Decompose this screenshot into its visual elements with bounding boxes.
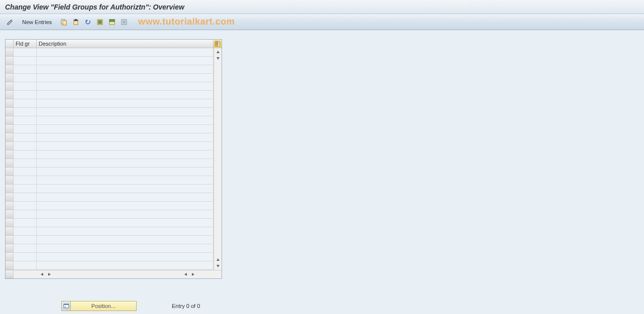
deselect-all-icon[interactable] [119, 17, 129, 27]
cell-fld-gr[interactable] [14, 142, 37, 150]
row-selector[interactable] [6, 133, 14, 142]
table-settings-icon[interactable] [213, 40, 222, 48]
row-selector[interactable] [6, 210, 14, 219]
cell-description[interactable] [37, 65, 213, 74]
scroll-down-icon[interactable] [215, 55, 221, 61]
cell-description[interactable] [37, 210, 213, 219]
cell-fld-gr[interactable] [14, 150, 37, 159]
cell-fld-gr[interactable] [14, 133, 37, 142]
copy-as-icon[interactable] [59, 17, 69, 27]
cell-description[interactable] [37, 227, 213, 236]
column-header-selector[interactable] [6, 40, 14, 48]
cell-fld-gr[interactable] [14, 244, 37, 253]
cell-description[interactable] [37, 261, 213, 270]
cell-fld-gr[interactable] [14, 65, 37, 74]
row-selector[interactable] [6, 159, 14, 168]
cell-description[interactable] [37, 142, 213, 150]
scroll-up-icon[interactable] [215, 49, 221, 55]
row-selector[interactable] [6, 202, 14, 210]
cell-fld-gr[interactable] [14, 48, 37, 57]
cell-fld-gr[interactable] [14, 261, 37, 270]
scroll-up-bottom-icon[interactable] [215, 257, 221, 263]
cell-fld-gr[interactable] [14, 168, 37, 176]
cell-description[interactable] [37, 253, 213, 261]
cell-fld-gr[interactable] [14, 91, 37, 99]
cell-fld-gr[interactable] [14, 227, 37, 236]
row-selector[interactable] [6, 150, 14, 159]
row-selector[interactable] [6, 48, 14, 57]
cell-fld-gr[interactable] [14, 74, 37, 82]
column-header-description[interactable]: Description [37, 40, 213, 48]
cell-fld-gr[interactable] [14, 253, 37, 261]
cell-description[interactable] [37, 219, 213, 227]
cell-description[interactable] [37, 150, 213, 159]
cell-description[interactable] [37, 48, 213, 57]
cell-description[interactable] [37, 185, 213, 193]
scroll-left-end-icon[interactable] [183, 271, 189, 277]
row-selector[interactable] [6, 185, 14, 193]
cell-fld-gr[interactable] [14, 99, 37, 108]
cell-description[interactable] [37, 82, 213, 91]
cell-fld-gr[interactable] [14, 108, 37, 116]
row-selector[interactable] [6, 236, 14, 244]
row-selector[interactable] [6, 244, 14, 253]
cell-fld-gr[interactable] [14, 57, 37, 65]
vertical-scrollbar[interactable] [213, 48, 222, 270]
new-entries-button[interactable]: New Entries [18, 18, 56, 26]
cell-description[interactable] [37, 57, 213, 65]
row-selector[interactable] [6, 116, 14, 125]
cell-fld-gr[interactable] [14, 82, 37, 91]
row-selector[interactable] [6, 91, 14, 99]
row-selector[interactable] [6, 125, 14, 133]
scroll-right-end-icon[interactable] [190, 271, 196, 277]
cell-fld-gr[interactable] [14, 210, 37, 219]
row-selector[interactable] [6, 142, 14, 150]
scroll-left-icon[interactable] [39, 271, 45, 277]
cell-description[interactable] [37, 159, 213, 168]
cell-fld-gr[interactable] [14, 219, 37, 227]
cell-description[interactable] [37, 133, 213, 142]
cell-fld-gr[interactable] [14, 193, 37, 202]
cell-fld-gr[interactable] [14, 159, 37, 168]
cell-description[interactable] [37, 236, 213, 244]
cell-description[interactable] [37, 244, 213, 253]
cell-description[interactable] [37, 116, 213, 125]
scroll-down-bottom-icon[interactable] [215, 263, 221, 269]
cell-fld-gr[interactable] [14, 116, 37, 125]
row-selector[interactable] [6, 219, 14, 227]
cell-description[interactable] [37, 99, 213, 108]
row-selector[interactable] [6, 82, 14, 91]
cell-description[interactable] [37, 193, 213, 202]
cell-fld-gr[interactable] [14, 176, 37, 185]
row-selector[interactable] [6, 168, 14, 176]
cell-description[interactable] [37, 91, 213, 99]
cell-description[interactable] [37, 168, 213, 176]
cell-description[interactable] [37, 74, 213, 82]
position-button[interactable]: Position... [61, 301, 137, 311]
select-all-icon[interactable] [95, 17, 105, 27]
cell-description[interactable] [37, 202, 213, 210]
row-selector[interactable] [6, 65, 14, 74]
row-selector[interactable] [6, 261, 14, 270]
row-selector[interactable] [6, 99, 14, 108]
cell-description[interactable] [37, 125, 213, 133]
select-block-icon[interactable] [107, 17, 117, 27]
toggle-display-change-icon[interactable] [5, 17, 15, 27]
row-selector[interactable] [6, 253, 14, 261]
row-selector[interactable] [6, 227, 14, 236]
cell-fld-gr[interactable] [14, 125, 37, 133]
cell-description[interactable] [37, 108, 213, 116]
delete-icon[interactable] [71, 17, 81, 27]
undo-change-icon[interactable] [83, 17, 93, 27]
cell-fld-gr[interactable] [14, 202, 37, 210]
cell-fld-gr[interactable] [14, 185, 37, 193]
row-selector[interactable] [6, 108, 14, 116]
cell-fld-gr[interactable] [14, 236, 37, 244]
row-selector[interactable] [6, 176, 14, 185]
row-selector[interactable] [6, 74, 14, 82]
cell-description[interactable] [37, 176, 213, 185]
horizontal-scrollbar[interactable] [6, 270, 222, 278]
column-header-fld-gr[interactable]: Fld gr [14, 40, 37, 48]
row-selector[interactable] [6, 193, 14, 202]
scroll-right-icon[interactable] [46, 271, 52, 277]
